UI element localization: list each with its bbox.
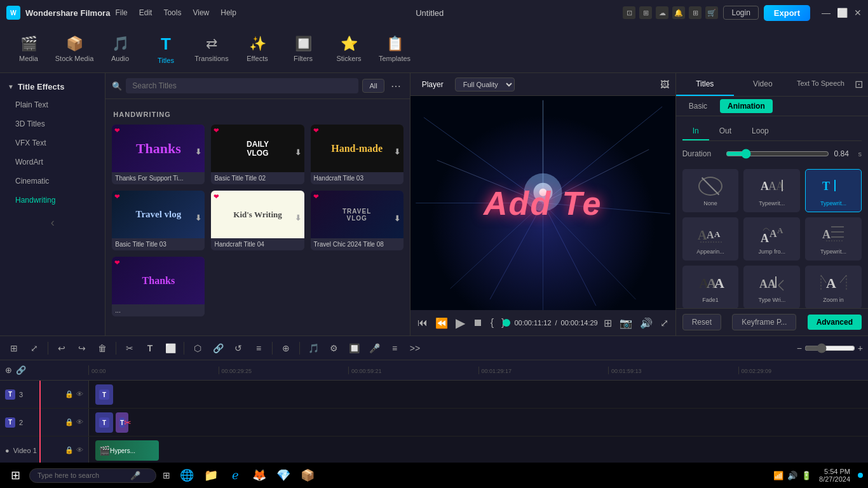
bt-audio-mix[interactable]: 🎵 — [304, 339, 322, 357]
io-tab-in[interactable]: In — [682, 123, 709, 140]
tab-titles[interactable]: Titles — [676, 73, 734, 96]
zoom-slider[interactable] — [804, 343, 855, 353]
anim-jump[interactable]: A A A Jump fro... — [743, 217, 800, 261]
notification-badge[interactable] — [858, 473, 863, 478]
duration-slider[interactable] — [726, 149, 829, 159]
bt-crop[interactable]: ⬜ — [161, 339, 179, 357]
toolbar-templates[interactable]: 📋 Templates — [372, 29, 417, 70]
minimize-button[interactable]: — — [822, 8, 831, 18]
taskbar-app-firefox[interactable]: 🦊 — [249, 465, 269, 485]
title-card-handmade[interactable]: ❤ Hand-made ⬇ Handcraft Title 03 — [311, 125, 403, 184]
volume-button[interactable]: 🔊 — [638, 317, 654, 329]
sys-icon-1[interactable]: ⊡ — [623, 6, 635, 19]
track1-eye[interactable]: 👁 — [76, 446, 83, 454]
bt-overlay[interactable]: 🔲 — [345, 339, 363, 357]
subtab-animation[interactable]: Animation — [720, 99, 773, 113]
title-card-daily-vlog[interactable]: ❤ DAILY VLOG ⬇ Basic Title Title 02 — [211, 125, 304, 184]
right-panel-expand[interactable]: ⊡ — [850, 73, 868, 96]
sidebar-item-vfx-text[interactable]: VFX Text — [0, 133, 105, 152]
toolbar-stickers[interactable]: ⭐ Stickers — [327, 29, 371, 70]
anim-appearing[interactable]: A A A Appearin... — [682, 217, 739, 261]
sys-icon-6[interactable]: 🛒 — [705, 6, 718, 19]
bt-title-edit[interactable]: T — [141, 339, 159, 357]
keyframe-button[interactable]: Keyframe P... — [732, 314, 796, 330]
bt-mask[interactable]: ⬡ — [189, 339, 207, 357]
maximize-button[interactable]: ⬜ — [837, 8, 848, 18]
bt-undo[interactable]: ↩ — [53, 339, 71, 357]
bt-expand[interactable]: ⤢ — [25, 339, 43, 357]
title-card-kids[interactable]: ❤ Kid's Writing ⬇ Handcraft Title 04 — [211, 191, 304, 250]
title-card-thanks[interactable]: ❤ Thanks ⬇ Thanks For Support Ti... — [112, 125, 205, 184]
toolbar-audio[interactable]: 🎵 Audio — [98, 29, 142, 70]
search-input[interactable] — [126, 78, 358, 93]
track1-lock[interactable]: 🔒 — [65, 446, 74, 454]
bt-expand2[interactable]: >> — [406, 339, 424, 357]
sidebar-item-cinematic[interactable]: Cinematic — [0, 172, 105, 191]
search-more-icon[interactable]: ⋯ — [388, 80, 403, 92]
taskbar-app-ie[interactable]: 🌐 — [177, 465, 197, 485]
toolbar-transitions[interactable]: ⇄ Transitions — [189, 29, 234, 70]
sidebar-item-handwriting[interactable]: Handwriting — [0, 191, 105, 210]
player-tab[interactable]: Player — [417, 78, 449, 92]
menu-file[interactable]: File — [115, 8, 127, 17]
anim-none[interactable]: None — [682, 169, 739, 212]
clock-display[interactable]: 5:54 PM 8/27/2024 — [819, 468, 850, 483]
panel-header[interactable]: ▼ Title Effects — [0, 78, 105, 95]
zoom-plus-button[interactable]: + — [858, 343, 863, 353]
menu-view[interactable]: View — [193, 8, 209, 17]
anim-typewriter1[interactable]: A A A Typewrit... — [743, 169, 800, 212]
stop-button[interactable]: ⏹ — [471, 317, 485, 329]
export-button[interactable]: Export — [764, 5, 810, 21]
tab-tts[interactable]: Text To Speech — [792, 73, 850, 96]
bt-voice[interactable]: 🎤 — [365, 339, 383, 357]
menu-help[interactable]: Help — [220, 8, 236, 17]
tray-volume[interactable]: 🔊 — [787, 471, 797, 480]
tl-clip-title3[interactable]: T — [95, 412, 113, 433]
bt-add-track[interactable]: ⊞ — [5, 339, 23, 357]
toolbar-media[interactable]: 🎬 Media — [6, 29, 51, 70]
start-button[interactable]: ⊞ — [5, 465, 25, 485]
toolbar-stock[interactable]: 📦 Stock Media — [52, 29, 97, 70]
sys-icon-3[interactable]: ☁ — [656, 6, 668, 19]
tl-clip-title1[interactable]: T — [95, 384, 113, 405]
tl-magnet-icon[interactable]: 🔗 — [16, 365, 26, 375]
title-card-thanks2[interactable]: ❤ Thanks ... — [112, 257, 205, 316]
anim-zoom-in[interactable]: A Zoom in — [805, 266, 862, 308]
bt-rotate[interactable]: ↺ — [229, 339, 247, 357]
bt-cut[interactable]: ✂ — [121, 339, 139, 357]
anim-typewriter2[interactable]: T Typewrit... — [805, 169, 862, 212]
sidebar-item-3d-titles[interactable]: 3D Titles — [0, 114, 105, 133]
snapshot-button[interactable]: 📷 — [618, 317, 634, 329]
advanced-button[interactable]: Advanced — [808, 315, 862, 330]
toolbar-titles[interactable]: T Titles — [144, 29, 188, 70]
bt-redo[interactable]: ↪ — [73, 339, 91, 357]
reset-button[interactable]: Reset — [682, 314, 721, 330]
tl-clip-video[interactable]: 🎬 Hypers... — [95, 440, 159, 461]
taskbar-mic-icon[interactable]: 🎤 — [130, 471, 140, 480]
anim-typewriter3[interactable]: A Typewrit... — [805, 217, 862, 261]
anim-fade1[interactable]: A A A Fade1 — [682, 266, 739, 308]
player-icon-img[interactable]: 🖼 — [660, 79, 669, 90]
sidebar-item-plain-text[interactable]: Plain Text — [0, 95, 105, 114]
subtab-basic[interactable]: Basic — [681, 99, 715, 113]
skip-back-button[interactable]: ⏮ — [416, 317, 430, 329]
track3-lock[interactable]: 🔒 — [65, 390, 74, 398]
collapse-button[interactable]: ‹ — [0, 216, 105, 229]
zoom-minus-button[interactable]: − — [797, 343, 802, 353]
toolbar-effects[interactable]: ✨ Effects — [235, 29, 280, 70]
bt-color[interactable]: ⚙ — [325, 339, 342, 357]
mark-in-button[interactable]: { — [489, 317, 496, 329]
fullscreen-button[interactable]: ⤢ — [658, 317, 670, 329]
task-view-button[interactable]: ⊞ — [160, 470, 173, 480]
tray-battery[interactable]: 🔋 — [801, 471, 811, 480]
bt-more-tools[interactable]: ≡ — [250, 339, 268, 357]
taskbar-app-explorer[interactable]: 📁 — [201, 465, 221, 485]
bt-delete[interactable]: 🗑 — [93, 339, 111, 357]
add-clip-button[interactable]: ⊞ — [602, 317, 614, 329]
tray-network[interactable]: 📶 — [773, 471, 783, 480]
bt-add-marker[interactable]: ⊕ — [277, 339, 295, 357]
sidebar-item-wordart[interactable]: WordArt — [0, 152, 105, 172]
bt-chapters[interactable]: ≡ — [386, 339, 403, 357]
io-tab-out[interactable]: Out — [709, 123, 742, 140]
title-card-travel-vlog[interactable]: ❤ Travel vlog ⬇ Basic Title Title 03 — [112, 191, 205, 250]
